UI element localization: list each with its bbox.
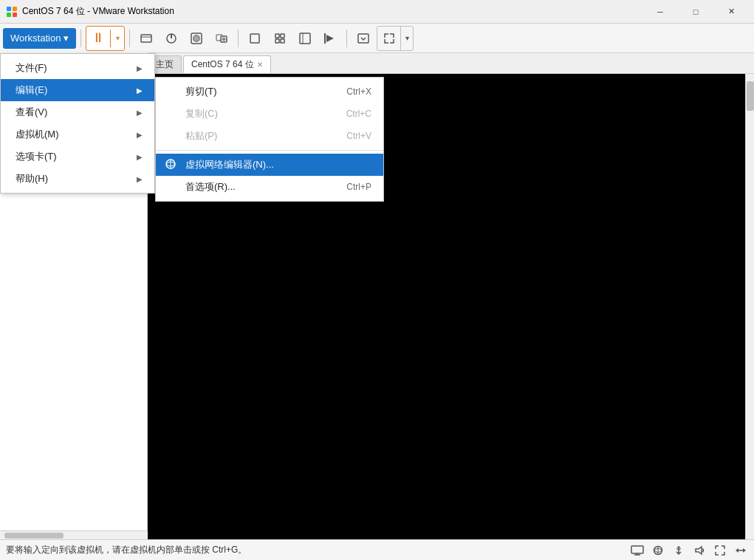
fullscreen-button[interactable] [293,27,317,50]
svg-rect-1 [13,7,17,11]
pause-group: ⏸ ▾ [86,26,125,51]
menu-item-vm[interactable]: 虚拟机(M) ▶ [1,123,154,146]
normal-view-button[interactable] [243,27,267,50]
tab-home-label: 主页 [156,58,174,71]
vm-scrollbar[interactable] [745,74,754,539]
tab-vm-label: CentOS 7 64 位 [191,58,254,71]
menu-item-file-arrow: ▶ [137,64,143,72]
submenu-item-copy-shortcut: Ctrl+C [346,109,371,119]
status-icons [630,543,748,558]
submenu-item-preferences[interactable]: 首选项(R)... Ctrl+P [156,176,383,198]
submenu-item-paste-shortcut: Ctrl+V [346,131,371,141]
status-text: 要将输入定向到该虚拟机，请在虚拟机内部单击或按 Ctrl+G。 [6,544,247,556]
fit-guest-button[interactable] [377,27,401,50]
no-side-bar-button[interactable] [318,27,342,50]
submenu-item-preferences-label: 首选项(R)... [185,180,236,194]
toolbar-separator-2 [129,30,130,47]
menu-item-tabs[interactable]: 选项卡(T) ▶ [1,146,154,168]
menu-item-view-label: 查看(V) [16,106,47,119]
view-dropdown-button[interactable]: ▾ [401,27,413,50]
send-ctrl-alt-del-button[interactable] [134,27,158,50]
menu-item-file-label: 文件(F) [16,61,47,75]
menu-item-vm-arrow: ▶ [137,131,143,139]
window-title: CentOS 7 64 位 - VMware Workstation [22,5,643,18]
status-bar: 要将输入定向到该虚拟机，请在虚拟机内部单击或按 Ctrl+G。 [0,539,754,560]
svg-rect-24 [631,546,643,553]
toolbar: Workstation ▾ ⏸ ▾ [0,24,754,53]
menu-item-edit-label: 编辑(E) [16,83,47,97]
svg-rect-15 [281,34,284,38]
menu-item-tabs-arrow: ▶ [137,153,143,161]
window-controls: ─ □ ✕ [643,0,748,24]
submenu-item-preferences-shortcut: Ctrl+P [346,182,371,192]
toolbar-separator-1 [80,30,81,47]
menu-item-edit-arrow: ▶ [137,86,143,95]
menu-item-help[interactable]: 帮助(H) ▶ [1,168,154,190]
status-network-icon[interactable] [651,543,665,558]
submenu-divider [156,150,383,151]
svg-rect-2 [7,13,11,17]
menu-item-vm-label: 虚拟机(M) [16,128,59,141]
console-view-button[interactable] [352,27,375,50]
status-sound-icon[interactable] [692,543,707,558]
svg-rect-18 [300,33,310,44]
submenu-item-cut[interactable]: 剪切(T) Ctrl+X [156,81,383,103]
workstation-arrow-icon: ▾ [64,33,69,44]
vnet-editor-icon [165,158,176,172]
menu-item-edit[interactable]: 编辑(E) ▶ [1,79,154,101]
submenu-item-cut-label: 剪切(T) [185,85,217,98]
view-button-group: ▾ [377,26,414,51]
svg-rect-0 [7,7,11,11]
svg-rect-14 [275,34,279,38]
primary-menu: 文件(F) ▶ 编辑(E) ▶ 查看(V) ▶ 虚拟机(M) ▶ 选项卡(T) … [0,53,155,194]
snapshot-manager-button[interactable] [210,27,233,50]
minimize-button[interactable]: ─ [643,0,677,24]
workstation-menu-button[interactable]: Workstation ▾ [3,28,76,49]
toolbar-separator-3 [238,30,239,47]
sidebar-scrollbar-thumb[interactable] [4,533,64,539]
edit-submenu: 剪切(T) Ctrl+X 复制(C) Ctrl+C 粘贴(P) Ctrl+V 虚… [155,77,384,202]
pause-button[interactable]: ⏸ [86,27,110,50]
svg-rect-13 [250,34,259,43]
pause-dropdown-button[interactable]: ▾ [111,27,124,50]
svg-rect-16 [275,39,279,43]
unity-view-button[interactable] [268,27,292,50]
submenu-item-vnet-editor-label: 虚拟网络编辑器(N)... [185,158,274,171]
menu-item-tabs-label: 选项卡(T) [16,150,57,163]
status-fullscreen-icon[interactable] [713,543,727,558]
power-on-button[interactable] [160,27,183,50]
submenu-item-paste: 粘贴(P) Ctrl+V [156,125,383,147]
status-usb-icon[interactable] [671,543,686,558]
toolbar-separator-4 [346,30,347,47]
menu-item-help-arrow: ▶ [137,175,143,183]
submenu-item-cut-shortcut: Ctrl+X [346,86,371,97]
menu-item-file[interactable]: 文件(F) ▶ [1,57,154,79]
svg-rect-3 [13,13,17,17]
svg-point-12 [222,37,226,41]
submenu-item-paste-label: 粘贴(P) [185,129,217,143]
tab-vm-close-icon[interactable]: ✕ [257,61,263,69]
svg-rect-4 [141,35,151,42]
menu-item-help-label: 帮助(H) [16,172,48,185]
vm-scrollbar-thumb[interactable] [747,81,754,111]
sidebar-scrollbar[interactable] [0,530,148,539]
status-display-icon[interactable] [630,543,645,558]
status-stretch-icon[interactable] [733,543,748,558]
tab-vm[interactable]: CentOS 7 64 位 ✕ [183,55,271,73]
title-bar: CentOS 7 64 位 - VMware Workstation ─ □ ✕ [0,0,754,24]
menu-item-view[interactable]: 查看(V) ▶ [1,101,154,123]
svg-point-8 [194,36,199,41]
app-icon [6,6,18,18]
maximize-button[interactable]: □ [679,0,713,24]
svg-rect-17 [281,39,284,43]
submenu-item-copy-label: 复制(C) [185,107,218,120]
close-button[interactable]: ✕ [714,0,748,24]
submenu-item-copy: 复制(C) Ctrl+C [156,103,383,125]
submenu-item-vnet-editor[interactable]: 虚拟网络编辑器(N)... [156,154,383,176]
svg-rect-21 [358,34,369,43]
menu-item-view-arrow: ▶ [137,109,143,117]
workstation-label: Workstation [10,33,61,44]
svg-marker-30 [696,547,702,554]
snapshot-button[interactable] [185,27,208,50]
